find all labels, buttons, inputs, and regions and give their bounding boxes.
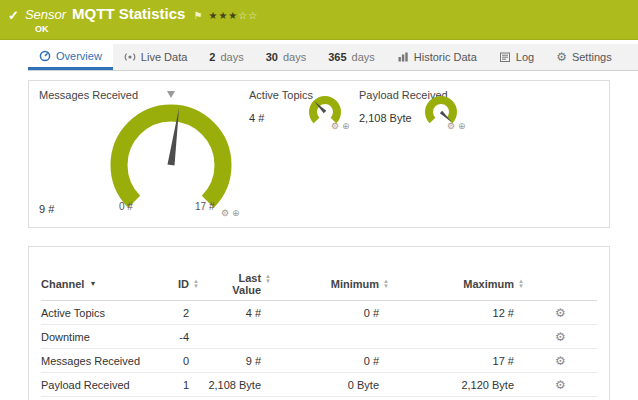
gauge-top-marker-icon (167, 91, 175, 98)
sensor-header: ✓ Sensor MQTT Statistics ⚑ ★★★☆☆ OK (0, 0, 638, 40)
column-header-id[interactable]: ID ▲▼ (151, 278, 199, 290)
tab-2-days[interactable]: 2 days (198, 44, 254, 70)
channel-id: 0 (151, 355, 199, 367)
primary-gauge-actions: ⚙ ⊕ (221, 208, 240, 218)
historic-data-chart-icon (397, 51, 409, 63)
small-gauge-actions: ⚙ ⊕ (331, 121, 350, 131)
tab-settings[interactable]: ⚙ Settings (545, 44, 623, 70)
sort-caret-icon: ▼ (89, 280, 96, 287)
channels-panel: Channel ▼ ID ▲▼ LastValue ▲▼ Minimum ▲▼ … (28, 246, 610, 400)
tab-365-days[interactable]: 365 days (317, 44, 386, 70)
tab-label-number: 2 (209, 51, 215, 63)
tab-label: Historic Data (414, 51, 477, 63)
primary-gauge-min-label: 0 # (119, 201, 133, 212)
gauge-zoom-icon[interactable]: ⊕ (232, 208, 240, 218)
tab-label: days (220, 51, 243, 63)
channel-name: Payload Received (41, 379, 151, 391)
channel-id: 2 (151, 307, 199, 319)
tab-live-data[interactable]: Live Data (113, 44, 198, 70)
tab-label: Live Data (141, 51, 187, 63)
table-header-row: Channel ▼ ID ▲▼ LastValue ▲▼ Minimum ▲▼ … (41, 267, 597, 301)
tab-historic-data[interactable]: Historic Data (386, 44, 488, 70)
channel-name: Active Topics (41, 307, 151, 319)
favorite-stars[interactable]: ★★★☆☆ (208, 10, 258, 21)
primary-gauge-current-value: 9 # (39, 203, 54, 215)
column-header-minimum[interactable]: Minimum ▲▼ (271, 278, 389, 290)
live-data-icon (124, 51, 136, 63)
primary-gauge-max-label: 17 # (195, 201, 214, 212)
log-icon (499, 51, 511, 63)
tab-label: Log (516, 51, 534, 63)
tab-label-number: 30 (266, 51, 278, 63)
gauges-panel: Messages Received 9 # 0 # 17 # ⚙ ⊕ Activ… (28, 80, 610, 228)
small-gauge-value: 2,108 Byte (359, 112, 412, 124)
gauge-zoom-icon[interactable]: ⊕ (342, 121, 350, 131)
priority-flag-icon[interactable]: ⚑ (193, 10, 202, 21)
primary-gauge (91, 87, 251, 222)
channel-settings-icon[interactable]: ⚙ (524, 330, 597, 344)
channel-name: Messages Received (41, 355, 151, 367)
column-header-maximum[interactable]: Maximum ▲▼ (389, 278, 524, 290)
channel-minimum: 0 # (271, 307, 389, 319)
small-gauge-title: Active Topics (249, 89, 313, 101)
table-row: Active Topics 2 4 # 0 # 12 # ⚙ (41, 301, 597, 325)
tab-label: Overview (56, 50, 102, 62)
tab-log[interactable]: Log (488, 44, 545, 70)
overview-gauge-icon (39, 50, 51, 62)
sensor-kind-label: Sensor (25, 7, 66, 22)
gauge-settings-icon[interactable]: ⚙ (331, 121, 339, 131)
tab-label: days (283, 51, 306, 63)
tab-30-days[interactable]: 30 days (255, 44, 318, 70)
small-gauge-value: 4 # (249, 112, 264, 124)
sensor-status-text: OK (35, 24, 258, 34)
channel-last-value: 4 # (199, 307, 271, 319)
settings-gear-icon: ⚙ (556, 51, 567, 63)
gauge-settings-icon[interactable]: ⚙ (447, 121, 455, 131)
table-row: Downtime -4 ⚙ (41, 325, 597, 349)
table-row: Messages Received 0 9 # 0 # 17 # ⚙ (41, 349, 597, 373)
table-row: Payload Received 1 2,108 Byte 0 Byte 2,1… (41, 373, 597, 397)
channel-maximum: 17 # (389, 355, 524, 367)
tab-label-number: 365 (328, 51, 346, 63)
tab-overview[interactable]: Overview (28, 44, 113, 70)
channel-minimum: 0 Byte (271, 379, 389, 391)
stars-filled: ★★★ (208, 10, 238, 21)
gauge-zoom-icon[interactable]: ⊕ (458, 121, 466, 131)
channel-settings-icon[interactable]: ⚙ (524, 378, 597, 392)
tab-bar: Overview Live Data 2 days 30 days 365 da… (28, 44, 638, 71)
gauge-settings-icon[interactable]: ⚙ (221, 208, 229, 218)
channel-id: -4 (151, 331, 199, 343)
sensor-title-block: Sensor MQTT Statistics ⚑ ★★★☆☆ OK (25, 5, 258, 34)
tab-label: Settings (572, 51, 612, 63)
page-root: { "colors": { "header_bg": "#aebb1c", "g… (0, 0, 638, 400)
channel-id: 1 (151, 379, 199, 391)
sensor-title: MQTT Statistics (72, 5, 185, 22)
channel-minimum: 0 # (271, 355, 389, 367)
channel-name: Downtime (41, 331, 151, 343)
channel-last-value: 9 # (199, 355, 271, 367)
channel-settings-icon[interactable]: ⚙ (524, 306, 597, 320)
small-gauge-actions: ⚙ ⊕ (447, 121, 466, 131)
channel-settings-icon[interactable]: ⚙ (524, 354, 597, 368)
channel-maximum: 2,120 Byte (389, 379, 524, 391)
sort-arrows-icon: ▲▼ (518, 279, 524, 289)
channel-maximum: 12 # (389, 307, 524, 319)
stars-empty: ☆☆ (238, 10, 258, 21)
column-header-last-value[interactable]: LastValue ▲▼ (199, 272, 271, 296)
channel-last-value: 2,108 Byte (199, 379, 271, 391)
channels-table: Channel ▼ ID ▲▼ LastValue ▲▼ Minimum ▲▼ … (29, 247, 609, 397)
tab-label: days (352, 51, 375, 63)
status-check-icon: ✓ (8, 8, 19, 23)
column-header-channel[interactable]: Channel ▼ (41, 278, 151, 290)
